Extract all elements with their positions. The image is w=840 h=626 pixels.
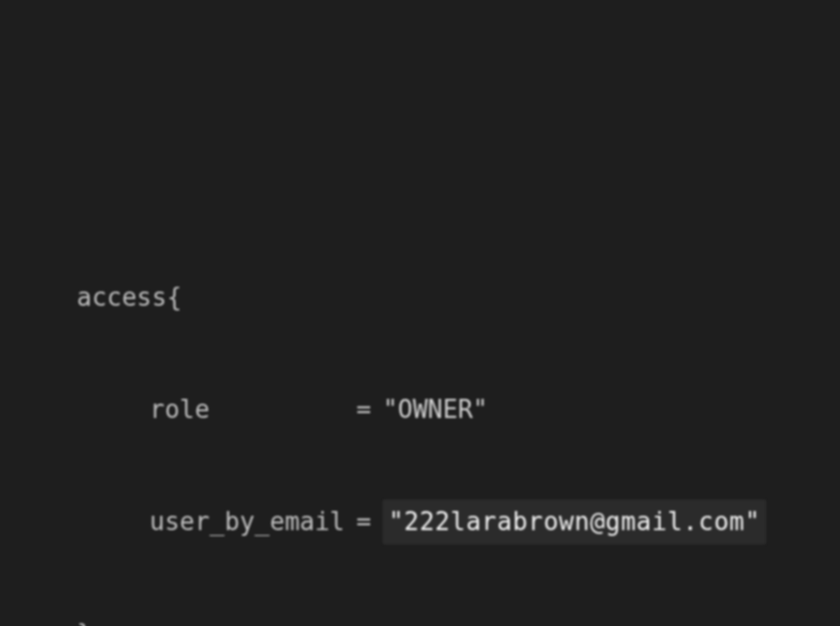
code-line: role = "OWNER" [0,391,840,429]
keyword-access: access [77,279,167,316]
value-string-highlighted: "222larabrown@gmail.com" [383,499,766,545]
equals-sign: = [357,391,372,429]
brace-open: { [167,279,182,316]
code-line: user_by_email = "222larabrown@gmail.com" [0,503,840,541]
value-string: "OWNER" [383,391,488,429]
key-user-by-email: user_by_email [150,503,345,541]
code-line: access { [0,279,840,316]
code-snippet: access { role = "OWNER" user_by_email = … [0,167,840,626]
equals-sign: = [357,503,372,541]
code-line: } [0,615,840,626]
key-role: role [150,391,345,429]
brace-close: } [77,615,92,626]
